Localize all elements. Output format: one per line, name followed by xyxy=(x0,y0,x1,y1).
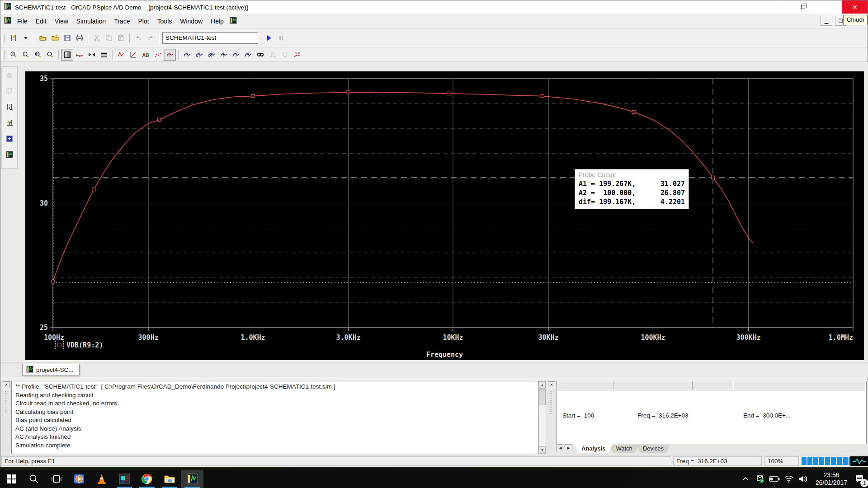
redo-button[interactable] xyxy=(144,32,156,44)
output-pane-close-button[interactable]: × xyxy=(3,381,10,388)
taskbar-start-button[interactable] xyxy=(0,470,23,488)
mark-points-button[interactable] xyxy=(151,49,164,61)
cursor-search-button[interactable] xyxy=(254,49,266,61)
taskbar-pspice-icon[interactable] xyxy=(181,470,203,488)
tabs-scroll-right-icon[interactable]: ▶ xyxy=(565,444,572,452)
cursor-min-button[interactable] xyxy=(217,49,230,61)
child-minimize-button[interactable]: ▁ xyxy=(821,16,832,26)
view-netlist-button[interactable] xyxy=(4,101,16,113)
menu-trace[interactable]: Trace xyxy=(110,15,134,27)
simulation-status-window-button[interactable] xyxy=(4,149,16,160)
performance-analysis-button[interactable] xyxy=(127,49,139,61)
simulation-output-log[interactable]: ** Profile: "SCHEMATIC1-test" [ C:\Progr… xyxy=(11,381,538,454)
frequency-response-chart[interactable]: 100Hz300Hz1.0KHz3.0KHz10KHz30KHz100KHz30… xyxy=(25,71,864,360)
menu-simulation[interactable]: Simulation xyxy=(72,15,110,27)
probe-cursor-window[interactable]: Probe Cursor A1 = 199.267K,31.027A2 = 10… xyxy=(575,169,689,209)
copy-button[interactable] xyxy=(103,32,115,44)
menu-file[interactable]: File xyxy=(13,15,32,27)
save-file-button[interactable] xyxy=(61,32,73,44)
toolbar-grip[interactable] xyxy=(2,33,5,43)
menu-edit[interactable]: Edit xyxy=(32,15,51,27)
notification-center-icon[interactable]: 1 xyxy=(854,473,865,485)
zoom-fit-button[interactable] xyxy=(44,49,56,61)
output-scrollbar[interactable]: ▲ ▼ xyxy=(538,381,546,454)
analysis-header-cell[interactable] xyxy=(557,381,613,390)
cut-button[interactable] xyxy=(90,32,103,44)
probe-plot[interactable]: 100Hz300Hz1.0KHz3.0KHz10KHz30KHz100KHz30… xyxy=(25,71,864,360)
mark-label-point-button[interactable]: (0,0) xyxy=(291,49,303,61)
print-button[interactable] xyxy=(73,32,85,44)
log-x-axis-button[interactable] xyxy=(61,49,73,61)
battery-icon[interactable] xyxy=(769,473,780,485)
toolbar-grip[interactable] xyxy=(2,50,5,60)
taskbar-file-explorer-icon[interactable] xyxy=(158,470,181,488)
envelope-button[interactable] xyxy=(85,49,98,61)
menu-help[interactable]: Help xyxy=(207,15,228,27)
taskbar-search-icon[interactable] xyxy=(23,470,45,488)
scroll-down-icon[interactable]: ▼ xyxy=(539,446,546,454)
cursor-point-button[interactable] xyxy=(242,49,254,61)
pause-simulation-button[interactable] xyxy=(275,32,287,44)
close-button[interactable]: ✕ xyxy=(842,0,868,14)
window-title: SCHEMATIC1-test - OrCAD PSpice A/D Demo … xyxy=(15,4,248,11)
dropbox-icon[interactable] xyxy=(754,473,766,485)
view-circuit-file-button[interactable] xyxy=(4,117,16,129)
taskbar-media-player-icon[interactable] xyxy=(68,470,90,488)
view-simulation-messages-button[interactable] xyxy=(4,133,16,145)
menu-plot[interactable]: Plot xyxy=(134,15,153,27)
pspice-window-icon[interactable] xyxy=(230,17,237,26)
menu-window[interactable]: Window xyxy=(176,15,207,27)
view-simulation-results-button[interactable] xyxy=(4,85,16,97)
analysis-pane-close-button[interactable]: × xyxy=(548,381,555,388)
taskbar-task-view-icon[interactable] xyxy=(45,470,68,488)
zoom-area-button[interactable] xyxy=(32,49,44,61)
scroll-up-icon[interactable]: ▲ xyxy=(539,381,546,389)
fft-button[interactable]: FFT xyxy=(73,49,85,61)
open-file-button[interactable] xyxy=(37,32,49,44)
output-pane-gripper[interactable]: × xyxy=(2,381,11,454)
mark-data-points-button[interactable] xyxy=(115,49,127,61)
zoom-in-button[interactable] xyxy=(7,49,19,61)
trace-legend[interactable]: VDB(R9:2) xyxy=(55,341,103,349)
tab-devices[interactable]: Devices xyxy=(636,444,671,453)
scroll-thumb[interactable] xyxy=(539,389,546,405)
tray-expand-icon[interactable] xyxy=(740,473,751,485)
document-tab[interactable]: project4-SC... xyxy=(22,364,80,376)
tab-analysis[interactable]: Analysis xyxy=(574,444,613,453)
taskbar-orcad-capture-icon[interactable] xyxy=(113,470,136,488)
menu-view[interactable]: View xyxy=(51,15,72,27)
analysis-header-cell[interactable] xyxy=(613,381,693,390)
tab-watch[interactable]: Watch xyxy=(609,444,639,453)
restore-button[interactable] xyxy=(790,0,816,14)
run-simulation-button[interactable] xyxy=(263,32,275,44)
wifi-icon[interactable] xyxy=(783,473,795,485)
analysis-pane-gripper[interactable]: × xyxy=(547,381,557,454)
menu-tools[interactable]: Tools xyxy=(153,15,176,27)
minimize-button[interactable] xyxy=(764,0,790,14)
zoom-out-button[interactable] xyxy=(19,49,32,61)
cursor-next-transition-button[interactable] xyxy=(266,49,278,61)
simulation-profile-input[interactable] xyxy=(162,32,258,44)
simulation-queue-button[interactable] xyxy=(4,70,16,81)
cursor-peak-button[interactable] xyxy=(181,49,193,61)
paste-button[interactable] xyxy=(115,32,127,44)
alternate-display-button[interactable] xyxy=(98,49,110,61)
append-file-button[interactable] xyxy=(49,32,61,44)
cursor-slope-button[interactable] xyxy=(205,49,217,61)
analysis-header-cell[interactable] xyxy=(693,381,733,390)
analysis-header-cell[interactable] xyxy=(733,381,865,390)
taskbar-clock[interactable]: 23:5626/01/2017 xyxy=(812,471,851,487)
log-line: Simulation complete xyxy=(15,441,534,450)
taskbar-chrome-icon[interactable] xyxy=(136,470,158,488)
volume-icon[interactable] xyxy=(797,473,809,485)
cursor-prev-transition-button[interactable] xyxy=(278,49,291,61)
toggle-cursor-button[interactable] xyxy=(164,49,176,61)
tabs-scroll-left-icon[interactable]: ◀ xyxy=(557,444,564,452)
new-simulation-profile-button[interactable] xyxy=(7,32,19,44)
cursor-max-button[interactable] xyxy=(230,49,242,61)
undo-button[interactable] xyxy=(132,32,144,44)
new-profile-dropdown-button[interactable] xyxy=(19,32,32,44)
taskbar-vlc-icon[interactable] xyxy=(90,470,113,488)
text-label-button[interactable]: AB xyxy=(139,49,151,61)
cursor-trough-button[interactable] xyxy=(193,49,205,61)
